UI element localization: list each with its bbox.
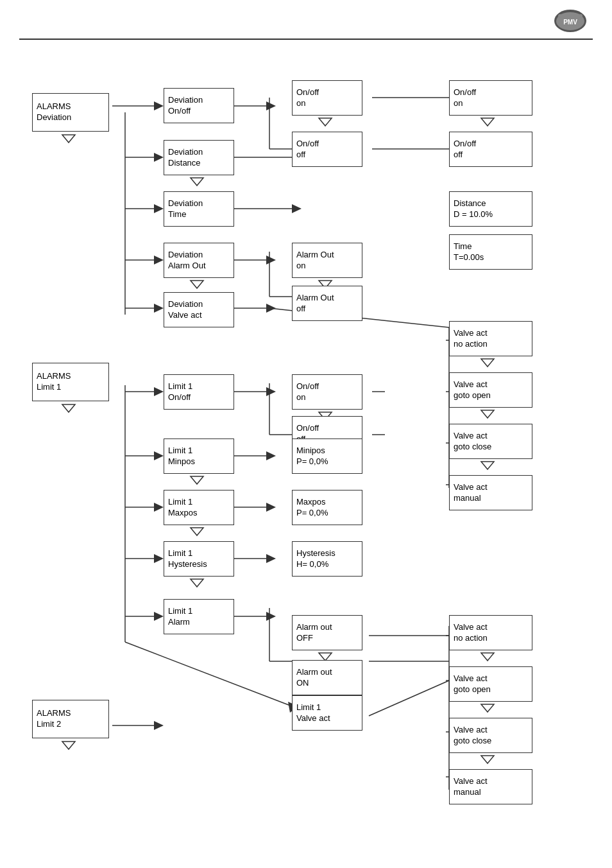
logo: PMV [554, 10, 593, 35]
svg-marker-16 [266, 101, 276, 110]
svg-marker-6 [154, 101, 164, 110]
box-onoff-on-2[interactable]: On/off on [292, 374, 362, 410]
svg-marker-93 [481, 756, 494, 763]
box-limit1-alarm[interactable]: Limit 1 Alarm [164, 599, 234, 634]
chevron-valve-act-goto-close-1 [480, 460, 495, 473]
svg-marker-30 [266, 304, 276, 313]
chevron-valve-act-no-action-1 [480, 358, 495, 370]
chevron-valve-act-goto-open-1 [480, 409, 495, 422]
box-alarm-out-on[interactable]: Alarm Out on [292, 243, 362, 278]
box-alarm-out-off-2[interactable]: Alarm out OFF [292, 615, 362, 650]
box-valve-act-goto-close-1[interactable]: Valve act goto close [449, 424, 532, 459]
svg-marker-43 [154, 503, 164, 512]
svg-marker-84 [481, 462, 494, 469]
chevron-alarms-limit1 [61, 403, 76, 416]
box-valve-act-no-action-1[interactable]: Valve act no action [449, 321, 532, 356]
svg-marker-24 [292, 204, 302, 213]
svg-marker-55 [266, 451, 276, 460]
svg-marker-91 [481, 653, 494, 661]
svg-marker-76 [62, 135, 75, 143]
logo-circle: PMV [554, 10, 586, 32]
svg-marker-82 [481, 359, 494, 367]
box-maxpos[interactable]: Maxpos P= 0,0% [292, 490, 362, 525]
box-minipos[interactable]: Minipos P= 0,0% [292, 438, 362, 474]
svg-marker-10 [154, 204, 164, 213]
header-line [19, 39, 593, 40]
svg-point-3 [579, 14, 582, 18]
box-limit1-maxpos[interactable]: Limit 1 Maxpos [164, 490, 234, 525]
svg-marker-49 [266, 387, 276, 396]
svg-line-68 [369, 681, 449, 716]
svg-marker-47 [154, 612, 164, 621]
svg-marker-78 [191, 281, 203, 288]
svg-text:PMV: PMV [563, 19, 577, 26]
box-alarm-out-on-2[interactable]: Alarm out ON [292, 660, 362, 695]
chevron-dev-alarm-out [189, 279, 205, 292]
box-onoff-on-1[interactable]: On/off on [292, 80, 362, 116]
box-dev-alarm-out[interactable]: Deviation Alarm Out [164, 243, 234, 278]
box-onoff-off-1[interactable]: On/off off [292, 132, 362, 167]
svg-point-2 [558, 14, 562, 18]
box-valve-act-no-action-2[interactable]: Valve act no action [449, 615, 532, 650]
chevron-valve-act-goto-open-2 [480, 703, 495, 716]
svg-marker-87 [191, 528, 203, 535]
box-valve-act-goto-close-2[interactable]: Valve act goto close [449, 718, 532, 753]
box-valve-act-goto-open-1[interactable]: Valve act goto open [449, 372, 532, 408]
svg-marker-59 [266, 554, 276, 563]
box-valve-act-goto-open-2[interactable]: Valve act goto open [449, 666, 532, 702]
chevron-limit1-maxpos [189, 526, 205, 539]
box-onoff-on-right[interactable]: On/off on [449, 80, 532, 116]
box-limit1-minpos[interactable]: Limit 1 Minpos [164, 438, 234, 474]
box-valve-act-manual-2[interactable]: Valve act manual [449, 769, 532, 804]
box-alarms-limit2[interactable]: ALARMS Limit 2 [32, 700, 109, 738]
box-distance-d[interactable]: Distance D = 10.0% [449, 191, 532, 227]
svg-marker-88 [191, 579, 203, 587]
svg-marker-8 [154, 153, 164, 162]
svg-line-66 [125, 642, 292, 706]
chevron-valve-act-goto-close-2 [480, 754, 495, 767]
box-alarms-deviation[interactable]: ALARMS Deviation [32, 93, 109, 132]
svg-marker-83 [481, 410, 494, 418]
svg-marker-61 [266, 612, 276, 621]
box-dev-distance[interactable]: Deviation Distance [164, 140, 234, 175]
svg-marker-41 [154, 451, 164, 460]
box-alarms-limit1[interactable]: ALARMS Limit 1 [32, 363, 109, 401]
svg-marker-26 [266, 256, 276, 265]
box-valve-act-manual-1[interactable]: Valve act manual [449, 475, 532, 510]
chevron-limit1-hysteresis [189, 578, 205, 591]
box-dev-time[interactable]: Deviation Time [164, 191, 234, 227]
svg-marker-75 [154, 721, 164, 730]
svg-marker-92 [481, 704, 494, 712]
box-limit1-hysteresis[interactable]: Limit 1 Hysteresis [164, 541, 234, 577]
svg-marker-94 [62, 742, 75, 749]
svg-marker-77 [191, 178, 203, 186]
box-hysteresis[interactable]: Hysteresis H= 0,0% [292, 541, 362, 577]
chevron-alarms-limit2 [61, 740, 76, 753]
box-time-t[interactable]: Time T=0.00s [449, 234, 532, 270]
chevron-valve-act-no-action-2 [480, 652, 495, 664]
box-dev-onoff[interactable]: Deviation On/off [164, 88, 234, 123]
chevron-dev-distance [189, 177, 205, 189]
box-onoff-off-right[interactable]: On/off off [449, 132, 532, 167]
svg-marker-80 [481, 118, 494, 126]
chevron-onoff-on-1 [318, 117, 333, 130]
svg-marker-39 [154, 387, 164, 396]
svg-marker-86 [191, 476, 203, 484]
box-dev-valve-act[interactable]: Deviation Valve act [164, 292, 234, 327]
svg-marker-45 [154, 554, 164, 563]
box-limit1-onoff[interactable]: Limit 1 On/off [164, 374, 234, 410]
box-alarm-out-off[interactable]: Alarm Out off [292, 286, 362, 321]
chevron-onoff-on-right [480, 117, 495, 130]
svg-marker-14 [154, 304, 164, 313]
svg-marker-12 [154, 256, 164, 265]
svg-marker-57 [266, 503, 276, 512]
box-limit1-valve-act[interactable]: Limit 1 Valve act [292, 695, 362, 731]
svg-marker-85 [62, 404, 75, 412]
svg-marker-79 [319, 118, 332, 126]
chevron-limit1-minpos [189, 475, 205, 488]
chevron-alarms-deviation [61, 134, 76, 146]
